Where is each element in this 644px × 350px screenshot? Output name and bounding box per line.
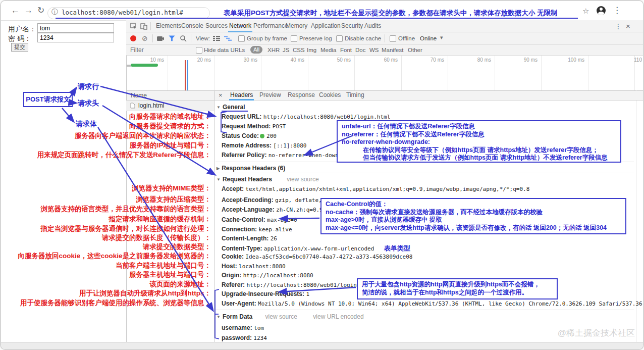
detail-tab-response[interactable]: Response: [287, 91, 316, 99]
view-waterfall-icon[interactable]: [224, 36, 232, 41]
triangle-right-icon: ▶: [217, 166, 220, 171]
filter-type-js[interactable]: JS: [283, 44, 289, 56]
forward-icon[interactable]: →: [24, 6, 33, 15]
header-request-method: Request Method: POST: [222, 123, 286, 130]
url-text[interactable]: localhost:8080/web01/login.html#: [62, 9, 183, 16]
annotation-accept: 浏览器支持的MIME类型：: [132, 184, 211, 193]
content-type-note: 表单类型: [384, 244, 410, 252]
preserve-log-checkbox[interactable]: [291, 35, 297, 42]
browser-menu-icon[interactable]: ⋮: [613, 6, 621, 15]
annotation-referer: 该页面的来源地址：: [150, 280, 211, 289]
toolbar-divider-3: [385, 34, 385, 42]
devtools-menu-icon[interactable]: ⋮: [615, 22, 622, 30]
tab-application[interactable]: Application: [310, 20, 342, 31]
devtools-close-icon[interactable]: ×: [626, 22, 630, 30]
filter-type-media[interactable]: Media: [320, 44, 336, 56]
throttling-dropdown-icon[interactable]: ▾: [440, 34, 443, 41]
device-toolbar-icon[interactable]: [140, 23, 147, 30]
view-url-encoded-link[interactable]: view URL encoded: [313, 313, 363, 320]
tab-sources[interactable]: Sources: [204, 20, 229, 31]
header-origin: Origin: http://localhost:8080: [222, 272, 313, 279]
header-request-url: Request URL: http://localhost:8080/web01…: [222, 113, 390, 120]
password-field[interactable]: [37, 33, 114, 42]
tab-audits[interactable]: Audits: [363, 20, 382, 31]
timeline-tick: 20 ms: [197, 57, 211, 63]
annotation-connection: 指定当浏览器与服务器通信时，对长连接如何进行处理：: [41, 224, 211, 233]
header-user-agent: User-Agent: Mozilla/5.0 (Windows NT 10.0…: [222, 300, 642, 307]
disable-cache-checkbox[interactable]: [336, 35, 343, 42]
filter-type-other[interactable]: Other: [408, 44, 422, 56]
annotation-host: 当前客户端主机地址与端口号：: [116, 261, 211, 270]
filter-type-font[interactable]: Font: [340, 44, 352, 56]
document-icon: [130, 103, 135, 109]
reload-icon[interactable]: ↻: [37, 6, 44, 15]
back-icon[interactable]: ←: [11, 6, 20, 15]
filter-type-all[interactable]: All: [250, 46, 262, 54]
view-list-icon[interactable]: [213, 36, 220, 41]
tab-security[interactable]: Security: [340, 20, 364, 31]
username-field[interactable]: [37, 23, 114, 33]
filter-type-ws[interactable]: WS: [369, 44, 379, 56]
general-section-title[interactable]: ▼General: [217, 104, 245, 111]
request-headers-title[interactable]: ▼Request Headers view source: [217, 176, 319, 183]
timeline-gridline: [448, 56, 448, 90]
filter-type-doc[interactable]: Doc: [355, 44, 365, 56]
header-accept: Accept: text/html,application/xhtml+xml,…: [222, 185, 529, 192]
throttling-select[interactable]: Online: [420, 32, 437, 44]
name-column-header[interactable]: Name: [127, 91, 214, 101]
group-by-frame-checkbox[interactable]: [238, 35, 245, 42]
tab-console[interactable]: Console: [180, 20, 204, 31]
response-headers-title[interactable]: ▶Response Headers (6): [217, 165, 285, 172]
header-host: Host: localhost:8080: [222, 263, 286, 270]
record-icon[interactable]: [130, 35, 136, 41]
detail-tab-cookies[interactable]: Cookies: [318, 91, 342, 99]
tab-memory[interactable]: Memory: [285, 20, 308, 31]
timeline-tick: 60 ms: [384, 57, 398, 63]
filter-funnel-icon[interactable]: [169, 35, 175, 41]
hide-data-urls-checkbox[interactable]: [196, 47, 202, 54]
filter-type-xhr[interactable]: XHR: [267, 44, 280, 56]
header-status-code: Status Code:200: [222, 132, 277, 139]
detail-tab-headers[interactable]: Headers: [229, 91, 254, 101]
status-green-icon: [260, 134, 264, 138]
annotation-cookie: 向服务器放回cookie，这些cookie是之前服务器发给浏览器的：: [18, 252, 211, 261]
submit-button[interactable]: 提交: [11, 43, 28, 52]
filter-type-manifest[interactable]: Manifest: [382, 44, 403, 56]
star-icon[interactable]: ☆: [582, 7, 589, 15]
tab-network[interactable]: Network: [228, 20, 252, 33]
annotation-status-code: 服务器向客户端返回的本次请求的响应状态：: [75, 131, 211, 140]
filter-input[interactable]: [129, 45, 197, 55]
detail-tab-timing[interactable]: Timing: [345, 91, 365, 99]
info-icon[interactable]: ⓘ: [51, 8, 58, 16]
tab-elements[interactable]: Elements: [155, 20, 182, 31]
inspect-icon[interactable]: [130, 23, 137, 30]
view-source-link[interactable]: view source: [287, 176, 318, 183]
timeline-tick: 50 ms: [337, 57, 351, 63]
screenshot-capture-icon[interactable]: [156, 35, 165, 41]
cache-control-note-box: Cache-Control的值： no-cache：强制每次请求直接发送给源服务…: [320, 198, 626, 234]
offline-checkbox[interactable]: [390, 35, 396, 42]
request-row-login[interactable]: login.html: [126, 101, 214, 111]
bottom-band: [1, 342, 644, 350]
annotation-accept-encoding: 浏览器支持的压缩类型：: [136, 195, 211, 204]
detail-close-icon[interactable]: ×: [219, 91, 223, 99]
request-line-label: 请求行: [78, 82, 99, 91]
tab-performance[interactable]: Performance: [252, 20, 289, 31]
upgrade-insecure-note-box: 用于大量包含http资源的http网页直接升级到https而不会报错， 简洁的说…: [357, 278, 558, 299]
network-toolbar: ⊘ View: Group by frame Preserve log: [126, 32, 643, 44]
search-icon[interactable]: [180, 35, 187, 42]
timeline-gridline: [401, 56, 402, 90]
avatar[interactable]: [597, 6, 606, 15]
filter-type-img[interactable]: Img: [307, 44, 316, 56]
annotation-upgrade: 用于让浏览器自动升级请求从http到https：: [79, 289, 211, 298]
hide-data-urls-label: Hide data URLs: [204, 44, 245, 56]
annotation-referrer-policy: 用来规定页面跳转时，什么情况下发送Referer字段信息：: [37, 151, 211, 160]
devtools-tabbar: Elements Console Sources Network Perform…: [126, 20, 643, 32]
clear-icon[interactable]: ⊘: [142, 34, 148, 42]
detail-tab-preview[interactable]: Preview: [258, 91, 282, 99]
timeline-gridline: [261, 56, 261, 90]
filter-type-css[interactable]: CSS: [293, 44, 305, 56]
request-head-label: 请求头: [78, 99, 99, 108]
form-data-title[interactable]: ▼Form Data view source view URL encoded: [217, 313, 364, 320]
view-source-link[interactable]: view source: [265, 313, 297, 320]
